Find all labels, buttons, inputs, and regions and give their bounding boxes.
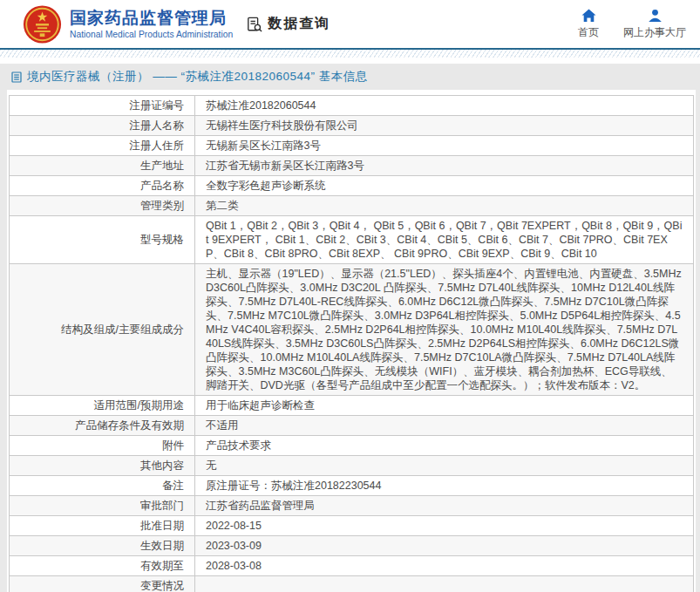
site-header: 国家药品监督管理局 National Medical Products Admi… bbox=[0, 0, 700, 50]
table-row: 审批部门江苏省药品监督管理局 bbox=[10, 496, 694, 516]
row-label: 注册人名称 bbox=[10, 116, 195, 136]
row-label: 审批部门 bbox=[10, 496, 195, 516]
org-name-block: 国家药品监督管理局 National Medical Products Admi… bbox=[70, 9, 233, 39]
row-value: 原注册证号：苏械注准20182230544 bbox=[195, 476, 694, 496]
row-label: 型号规格 bbox=[10, 216, 195, 264]
row-label: 生效日期 bbox=[10, 536, 195, 556]
row-label-text: 管理类别 bbox=[140, 200, 184, 212]
table-row: 批准日期2022-08-15 bbox=[10, 516, 694, 536]
row-label: 生产地址 bbox=[10, 156, 195, 176]
table-row: 备注原注册证号：苏械注准20182230544 bbox=[10, 476, 694, 496]
home-icon bbox=[581, 9, 596, 23]
row-label: 产品储存条件及有效期 bbox=[10, 416, 195, 436]
nmpa-emblem-icon bbox=[23, 4, 62, 44]
row-label-text: 审批部门 bbox=[140, 500, 184, 512]
nmpa-logo[interactable]: 国家药品监督管理局 National Medical Products Admi… bbox=[23, 4, 233, 44]
data-query-icon bbox=[247, 17, 262, 32]
nav-service-hall[interactable]: 网上办事大厅 bbox=[623, 9, 686, 40]
row-label-text: 注册人住所 bbox=[130, 139, 185, 152]
row-value: 不适用 bbox=[195, 416, 694, 436]
row-label-text: 适用范围/预期用途 bbox=[94, 399, 184, 412]
row-value: 2028-03-08 bbox=[195, 556, 694, 576]
row-label-text: 附件 bbox=[162, 439, 184, 452]
org-name-en: National Medical Products Administration bbox=[70, 30, 233, 39]
gap-band bbox=[0, 58, 700, 64]
row-label-text: 有效期至 bbox=[140, 560, 184, 572]
table-row: 附件产品技术要求 bbox=[10, 436, 694, 456]
registration-info-table: 注册证编号苏械注准20182060544注册人名称无锡祥生医疗科技股份有限公司注… bbox=[9, 95, 694, 592]
table-row: 注册人名称无锡祥生医疗科技股份有限公司 bbox=[10, 116, 694, 136]
table-row: 变更情况 bbox=[10, 576, 694, 592]
hatch-band bbox=[0, 50, 700, 58]
table-row: 注册证编号苏械注准20182060544 bbox=[10, 96, 694, 116]
page-title: 境内医疗器械（注册） —— “苏械注准20182060544” 基本信息 bbox=[27, 69, 368, 85]
row-label-text: 注册人名称 bbox=[130, 119, 185, 132]
row-value: 苏械注准20182060544 bbox=[195, 96, 694, 116]
row-value: QBit 1，QBit 2，QBit 3，QBit 4， QBit 5，QBit… bbox=[195, 216, 694, 264]
row-label-text: 其他内容 bbox=[140, 459, 184, 472]
title-bar: 境内医疗器械（注册） —— “苏械注准20182060544” 基本信息 bbox=[0, 64, 700, 90]
org-name-zh: 国家药品监督管理局 bbox=[70, 9, 233, 29]
row-value bbox=[195, 576, 694, 592]
row-label: 管理类别 bbox=[10, 196, 195, 216]
row-label: 结构及组成/主要组成成分 bbox=[10, 264, 195, 396]
row-label: 批准日期 bbox=[10, 516, 195, 536]
document-icon bbox=[11, 71, 22, 83]
row-label: 产品名称 bbox=[10, 176, 195, 196]
row-value: 主机、显示器（19"LED）、显示器（21.5"LED）、探头插座4个、内置锂电… bbox=[195, 264, 694, 396]
table-row: 注册人住所无锡新吴区长江南路3号 bbox=[10, 136, 694, 156]
table-row: 生产地址江苏省无锡市新吴区长江南路3号 bbox=[10, 156, 694, 176]
row-value: 江苏省无锡市新吴区长江南路3号 bbox=[195, 156, 694, 176]
row-label-text: 产品名称 bbox=[140, 180, 184, 192]
row-label-text: 变更情况 bbox=[140, 580, 184, 592]
nav-home[interactable]: 首页 bbox=[578, 9, 599, 40]
row-value: 无锡新吴区长江南路3号 bbox=[195, 136, 694, 156]
row-label-text: 生效日期 bbox=[140, 540, 184, 552]
row-value: 全数字彩色超声诊断系统 bbox=[195, 176, 694, 196]
nav-home-label: 首页 bbox=[578, 25, 599, 40]
table-row: 型号规格QBit 1，QBit 2，QBit 3，QBit 4， QBit 5，… bbox=[10, 216, 694, 264]
row-value: 2022-08-15 bbox=[195, 516, 694, 536]
row-value: 2023-03-09 bbox=[195, 536, 694, 556]
data-query-heading[interactable]: 数据查询 bbox=[247, 15, 330, 33]
row-label-text: 结构及组成/主要组成成分 bbox=[61, 323, 184, 336]
row-value: 江苏省药品监督管理局 bbox=[195, 496, 694, 516]
row-label-text: 注册证编号 bbox=[130, 99, 185, 112]
row-label-text: 批准日期 bbox=[140, 520, 184, 532]
table-row: 有效期至2028-03-08 bbox=[10, 556, 694, 576]
info-table-body: 注册证编号苏械注准20182060544注册人名称无锡祥生医疗科技股份有限公司注… bbox=[10, 96, 694, 592]
row-label-text: 型号规格 bbox=[140, 234, 184, 246]
row-label: 适用范围/预期用途 bbox=[10, 396, 195, 416]
row-label-text: 生产地址 bbox=[140, 160, 184, 172]
nav-service-hall-label: 网上办事大厅 bbox=[623, 25, 686, 40]
row-label: 注册人住所 bbox=[10, 136, 195, 156]
table-row: 结构及组成/主要组成成分主机、显示器（19"LED）、显示器（21.5"LED）… bbox=[10, 264, 694, 396]
table-row: 产品名称全数字彩色超声诊断系统 bbox=[10, 176, 694, 196]
user-icon bbox=[648, 9, 663, 23]
table-row: 适用范围/预期用途用于临床超声诊断检查 bbox=[10, 396, 694, 416]
content-panel: 注册证编号苏械注准20182060544注册人名称无锡祥生医疗科技股份有限公司注… bbox=[7, 90, 696, 592]
row-label-text: 备注 bbox=[162, 480, 184, 492]
row-value: 用于临床超声诊断检查 bbox=[195, 396, 694, 416]
row-label: 其他内容 bbox=[10, 456, 195, 476]
table-row: 其他内容无 bbox=[10, 456, 694, 476]
row-label: 附件 bbox=[10, 436, 195, 456]
row-value: 无锡祥生医疗科技股份有限公司 bbox=[195, 116, 694, 136]
data-query-label: 数据查询 bbox=[268, 15, 330, 33]
page: 国家药品监督管理局 National Medical Products Admi… bbox=[0, 0, 700, 592]
row-label: 有效期至 bbox=[10, 556, 195, 576]
row-label-text: 产品储存条件及有效期 bbox=[75, 419, 184, 432]
row-value: 产品技术要求 bbox=[195, 436, 694, 456]
top-nav: 首页 网上办事大厅 bbox=[578, 9, 686, 40]
row-value: 无 bbox=[195, 456, 694, 476]
table-row: 产品储存条件及有效期不适用 bbox=[10, 416, 694, 436]
table-row: 生效日期2023-03-09 bbox=[10, 536, 694, 556]
row-label: 注册证编号 bbox=[10, 96, 195, 116]
row-label: 变更情况 bbox=[10, 576, 195, 592]
row-label: 备注 bbox=[10, 476, 195, 496]
table-row: 管理类别第二类 bbox=[10, 196, 694, 216]
row-value: 第二类 bbox=[195, 196, 694, 216]
